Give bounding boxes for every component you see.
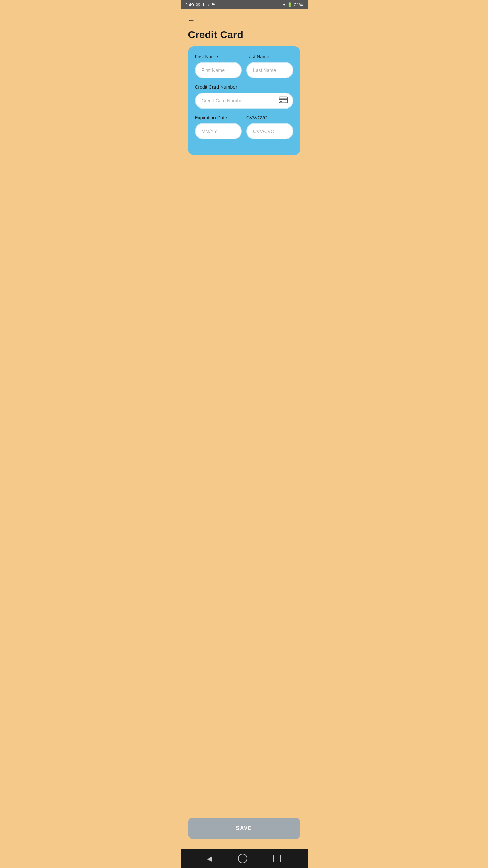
- status-right: ▼ 🔋 21%: [282, 2, 303, 7]
- spacer: [181, 487, 308, 811]
- recents-nav-button[interactable]: [273, 855, 281, 862]
- time-display: 2:49: [185, 2, 194, 7]
- cc-number-group: Credit Card Number: [195, 84, 293, 109]
- last-name-label: Last Name: [246, 54, 293, 59]
- flag-icon: ⚑: [211, 2, 215, 7]
- expiration-input[interactable]: [195, 123, 242, 139]
- status-bar: 2:49 Ⓟ ⬇ ↓ ⚑ ▼ 🔋 21%: [181, 0, 308, 9]
- name-row: First Name Last Name: [195, 54, 293, 78]
- expiration-label: Expiration Date: [195, 115, 242, 120]
- notification-icon: ↓: [207, 2, 209, 7]
- cvv-label: CVV/CVC: [246, 115, 293, 120]
- last-name-input[interactable]: [246, 62, 293, 78]
- expiration-group: Expiration Date: [195, 115, 242, 139]
- main-content: ← Credit Card First Name Last Name Credi…: [181, 9, 308, 487]
- save-button[interactable]: SAVE: [188, 818, 300, 839]
- cc-input-wrapper: [195, 93, 293, 109]
- back-arrow-icon: ←: [188, 16, 195, 24]
- last-name-group: Last Name: [246, 54, 293, 78]
- home-nav-button[interactable]: [238, 854, 247, 863]
- parking-icon: Ⓟ: [196, 2, 200, 8]
- nav-bar: ◀: [181, 849, 308, 868]
- back-nav-button[interactable]: ◀: [207, 854, 212, 863]
- credit-card-form: First Name Last Name Credit Card Number: [188, 46, 300, 155]
- exp-cvv-row: Expiration Date CVV/CVC: [195, 115, 293, 139]
- status-left: 2:49 Ⓟ ⬇ ↓ ⚑: [185, 2, 215, 8]
- back-button[interactable]: ←: [188, 16, 195, 24]
- wifi-icon: ▼: [282, 2, 286, 7]
- cvv-group: CVV/CVC: [246, 115, 293, 139]
- download-icon: ⬇: [202, 2, 205, 7]
- battery-percent: 21%: [294, 2, 303, 7]
- cc-number-label: Credit Card Number: [195, 84, 293, 90]
- cc-number-input[interactable]: [195, 93, 293, 109]
- first-name-input[interactable]: [195, 62, 242, 78]
- page-title: Credit Card: [188, 29, 300, 40]
- first-name-label: First Name: [195, 54, 242, 59]
- save-section: SAVE: [181, 811, 308, 849]
- battery-icon: 🔋: [287, 2, 292, 7]
- cvv-input[interactable]: [246, 123, 293, 139]
- first-name-group: First Name: [195, 54, 242, 78]
